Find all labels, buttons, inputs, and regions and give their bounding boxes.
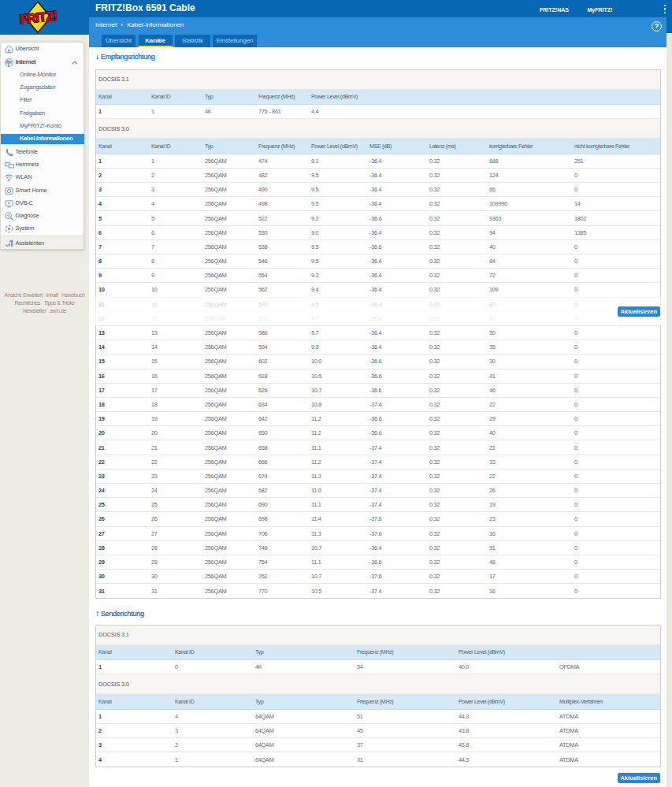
svg-text:FRITZ!: FRITZ! bbox=[19, 8, 58, 26]
